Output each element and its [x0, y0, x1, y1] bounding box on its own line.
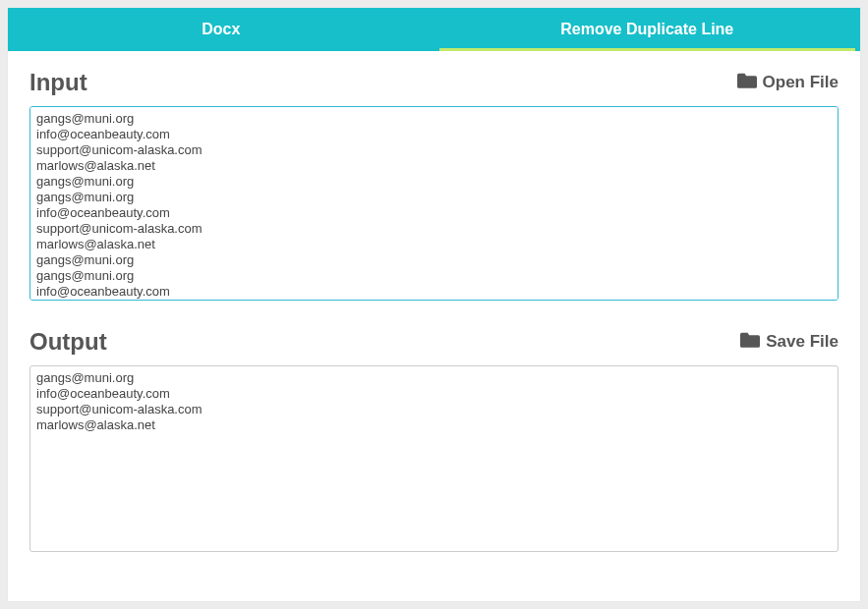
save-file-button[interactable]: Save File	[740, 331, 839, 353]
content-area: Input Open File Output Save File	[8, 51, 860, 601]
tab-docx[interactable]: Docx	[8, 8, 434, 51]
tab-remove-duplicate-line-label: Remove Duplicate Line	[560, 21, 733, 38]
app-card: Docx Remove Duplicate Line Input Open Fi…	[8, 8, 860, 601]
tab-bar: Docx Remove Duplicate Line	[8, 8, 860, 51]
folder-icon	[737, 72, 757, 93]
input-textarea[interactable]	[29, 106, 839, 301]
open-file-button[interactable]: Open File	[737, 72, 839, 93]
input-header: Input Open File	[29, 69, 839, 96]
save-file-label: Save File	[766, 332, 839, 352]
output-title: Output	[29, 328, 107, 356]
input-title: Input	[29, 69, 87, 96]
tab-docx-label: Docx	[202, 21, 240, 38]
section-gap	[29, 301, 839, 328]
tab-remove-duplicate-line[interactable]: Remove Duplicate Line	[434, 8, 861, 51]
open-file-label: Open File	[763, 73, 839, 92]
folder-icon	[740, 331, 760, 353]
output-header: Output Save File	[29, 328, 839, 356]
output-textarea[interactable]	[29, 365, 839, 552]
